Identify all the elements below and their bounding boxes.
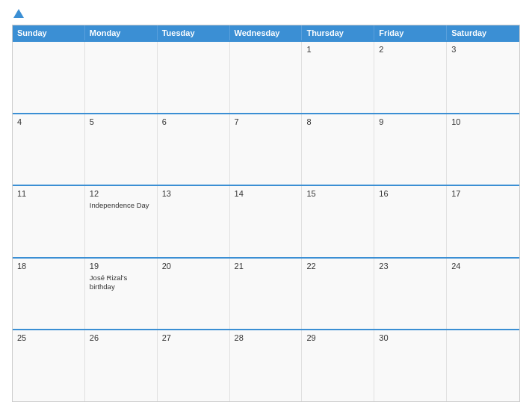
day-number: 23 <box>379 262 442 271</box>
day-number: 10 <box>451 117 515 126</box>
header-day-tuesday: Tuesday <box>158 25 230 40</box>
logo <box>12 9 24 19</box>
calendar-cell <box>158 42 230 113</box>
day-number: 5 <box>90 117 152 126</box>
calendar-cell: 22 <box>302 259 374 330</box>
header-day-wednesday: Wednesday <box>230 25 303 40</box>
calendar-cell <box>13 42 85 113</box>
calendar-header: SundayMondayTuesdayWednesdayThursdayFrid… <box>13 25 519 40</box>
calendar-cell: 19José Rizal's birthday <box>85 259 158 330</box>
calendar-cell: 4 <box>13 114 85 185</box>
day-number: 17 <box>451 189 515 198</box>
day-number: 16 <box>379 189 442 198</box>
calendar-cell: 11 <box>13 186 85 257</box>
day-number: 3 <box>451 45 515 54</box>
header-day-sunday: Sunday <box>13 25 85 40</box>
day-number: 9 <box>379 117 442 126</box>
day-number: 20 <box>162 262 225 271</box>
day-number: 29 <box>306 333 369 342</box>
day-number: 4 <box>17 117 80 126</box>
calendar-cell: 21 <box>230 259 303 330</box>
header-day-saturday: Saturday <box>447 25 519 40</box>
calendar-cell <box>85 42 158 113</box>
day-number: 27 <box>162 333 225 342</box>
calendar-week-4: 1819José Rizal's birthday2021222324 <box>13 257 519 330</box>
calendar-cell: 30 <box>374 330 447 401</box>
header-day-friday: Friday <box>374 25 447 40</box>
day-number: 18 <box>17 262 80 271</box>
calendar-cell: 10 <box>447 114 519 185</box>
calendar-body: 123456789101112Independence Day131415161… <box>13 40 519 401</box>
header <box>12 9 520 19</box>
calendar-cell: 26 <box>85 330 158 401</box>
day-number: 19 <box>90 262 152 271</box>
calendar-cell: 17 <box>447 186 519 257</box>
day-number: 2 <box>379 45 442 54</box>
calendar-cell: 13 <box>158 186 230 257</box>
calendar-cell: 3 <box>447 42 519 113</box>
calendar-cell: 23 <box>374 259 447 330</box>
calendar-cell: 6 <box>158 114 230 185</box>
day-number: 26 <box>90 333 152 342</box>
calendar-week-5: 252627282930 <box>13 329 519 401</box>
calendar-cell: 24 <box>447 259 519 330</box>
calendar-cell: 29 <box>302 330 374 401</box>
calendar-cell: 25 <box>13 330 85 401</box>
calendar-cell: 8 <box>302 114 374 185</box>
calendar-week-3: 1112Independence Day1314151617 <box>13 185 519 257</box>
calendar-cell: 7 <box>230 114 303 185</box>
calendar-week-2: 45678910 <box>13 113 519 185</box>
calendar-cell: 20 <box>158 259 230 330</box>
calendar-cell: 12Independence Day <box>85 186 158 257</box>
calendar-cell: 1 <box>302 42 374 113</box>
day-number: 25 <box>17 333 80 342</box>
day-number: 11 <box>17 189 80 198</box>
event-label: Independence Day <box>90 201 152 210</box>
calendar-cell <box>230 42 303 113</box>
day-number: 13 <box>162 189 225 198</box>
day-number: 12 <box>90 189 152 198</box>
calendar-cell: 9 <box>374 114 447 185</box>
header-day-thursday: Thursday <box>302 25 374 40</box>
calendar-cell: 28 <box>230 330 303 401</box>
day-number: 6 <box>162 117 225 126</box>
day-number: 1 <box>306 45 369 54</box>
logo-blue-text <box>12 9 24 19</box>
calendar-cell: 16 <box>374 186 447 257</box>
day-number: 7 <box>235 117 297 126</box>
day-number: 24 <box>451 262 515 271</box>
event-label: José Rizal's birthday <box>90 274 152 292</box>
day-number: 28 <box>235 333 297 342</box>
header-day-monday: Monday <box>85 25 158 40</box>
calendar-cell <box>447 330 519 401</box>
day-number: 8 <box>306 117 369 126</box>
day-number: 15 <box>306 189 369 198</box>
page: SundayMondayTuesdayWednesdayThursdayFrid… <box>0 0 532 411</box>
day-number: 14 <box>235 189 297 198</box>
calendar-cell: 2 <box>374 42 447 113</box>
day-number: 21 <box>235 262 297 271</box>
logo-triangle-icon <box>13 9 24 18</box>
calendar-cell: 18 <box>13 259 85 330</box>
calendar-cell: 5 <box>85 114 158 185</box>
calendar-week-1: 123 <box>13 40 519 113</box>
calendar-cell: 14 <box>230 186 303 257</box>
calendar-cell: 15 <box>302 186 374 257</box>
calendar-cell: 27 <box>158 330 230 401</box>
day-number: 30 <box>379 333 442 342</box>
calendar: SundayMondayTuesdayWednesdayThursdayFrid… <box>12 25 520 402</box>
day-number: 22 <box>306 262 369 271</box>
